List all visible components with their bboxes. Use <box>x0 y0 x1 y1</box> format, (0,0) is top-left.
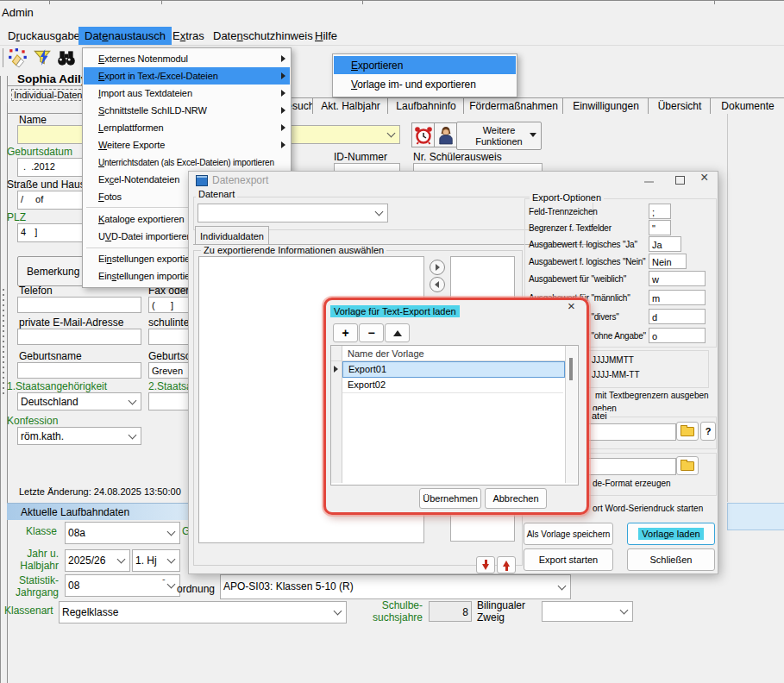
option-begrenzer-field[interactable]: " <box>649 220 671 235</box>
close-icon[interactable]: × <box>568 300 575 312</box>
minimize-icon[interactable] <box>644 181 654 183</box>
move-up-button[interactable] <box>497 556 516 573</box>
grid-row[interactable]: Export02 <box>342 378 563 393</box>
halbjahr-combo[interactable]: 1. Hj <box>132 549 180 572</box>
grid-scrollbar[interactable] <box>565 346 577 483</box>
browse-folder-button[interactable] <box>676 456 699 475</box>
option-nein-field[interactable]: Nein <box>649 254 687 269</box>
export-starten-button[interactable]: Export starten <box>524 548 613 571</box>
statistik-jahrgang-label: Statistik-Jahrgang <box>7 574 59 598</box>
geburtsname-field[interactable] <box>17 362 141 379</box>
telefon-field[interactable] <box>17 297 141 313</box>
menu-druckausgabe[interactable]: Druckausgabe <box>2 27 86 45</box>
submenu-item-vorlage-im-export[interactable]: Vorlage im- und exportieren <box>334 75 516 93</box>
tab-laufbahninfo[interactable]: Laufbahninfo <box>387 97 465 114</box>
schulbesuchsjahre-value: 8 <box>462 606 468 618</box>
grid-row-selected[interactable]: Export01 <box>342 361 565 378</box>
option-ohne-angabe-field[interactable]: o <box>649 328 706 343</box>
menu-item-weitere-exporte[interactable]: Weitere Exporte <box>84 136 290 154</box>
menu-item-lernplattformen[interactable]: Lernplattformen <box>84 119 290 136</box>
alarm-clock-button[interactable] <box>411 122 435 147</box>
help-label: ? <box>706 426 712 436</box>
email-field[interactable] <box>17 329 141 345</box>
filter-lightning-icon[interactable] <box>32 47 53 68</box>
move-left-button[interactable] <box>430 277 445 292</box>
maximize-icon[interactable] <box>675 176 685 185</box>
option-divers-field[interactable]: d <box>649 309 706 324</box>
remove-button[interactable]: − <box>359 323 384 342</box>
datenart-combo[interactable] <box>198 204 388 222</box>
weitere-funktionen-dropdown-icon[interactable] <box>530 133 536 137</box>
menu-datenschutzhinweis[interactable]: Datenschutzhinweis <box>207 27 319 45</box>
weitere-funktionen-label: Funktionen <box>475 136 522 147</box>
tab-individualdaten[interactable]: Individual-Daten <box>7 85 87 103</box>
menu-item-unterrichtsdaten[interactable]: Unterrichtsdaten (als Excel-Dateien) imp… <box>84 154 290 171</box>
tab-foerdermassnahmen[interactable]: Fördermaßnahmen <box>463 97 564 114</box>
student-person-button[interactable] <box>434 122 457 147</box>
schulbesuchsjahre-field[interactable]: 8 <box>429 601 472 622</box>
jahr-combo[interactable]: 2025/26 <box>65 549 130 572</box>
button-label: Übernehmen <box>423 493 478 504</box>
staatsangehoerigkeit1-label: 1.Staatsangehörigkeit <box>7 380 107 392</box>
scrollbar-thumb[interactable] <box>569 358 573 380</box>
option-maennlich-field[interactable]: m <box>649 290 706 305</box>
splitter-handle[interactable] <box>3 289 4 397</box>
menu-item-label: Schnittstelle SchILD-NRW <box>98 105 207 116</box>
chevron-down-icon <box>620 606 629 615</box>
help-button[interactable]: ? <box>700 422 716 441</box>
vorlage-laden-button[interactable]: Vorlage laden <box>627 523 715 545</box>
move-top-button[interactable] <box>385 323 410 342</box>
klassenart-combo[interactable]: Regelklasse <box>59 601 347 623</box>
konfession-combo[interactable]: röm.kath. <box>17 427 141 445</box>
vorlagen-grid[interactable]: Name der Vorlage Export01 Export02 <box>330 345 579 486</box>
menu-item-export-text-excel[interactable]: Export in Text-/Excel-Dateien <box>84 67 290 85</box>
option-weiblich-field[interactable]: w <box>649 271 706 286</box>
option-feldtrennzeichen-field[interactable]: ; <box>649 204 671 219</box>
close-icon[interactable]: × <box>700 172 708 184</box>
button-label: Abbrechen <box>492 493 538 504</box>
menu-item-label: UVD-Datei importieren <box>98 231 192 241</box>
checkbox-textbegrenzer-label-fragment[interactable]: mit Textbegrenzern ausgeben <box>595 390 709 402</box>
add-button[interactable]: + <box>333 323 358 342</box>
tab-einwilligungen[interactable]: Einwilligungen <box>562 97 649 114</box>
menu-item-schnittstelle-schild[interactable]: Schnittstelle SchILD-NRW <box>84 102 290 119</box>
schliessen-button[interactable]: Schließen <box>627 548 715 571</box>
uebernehmen-button[interactable]: Übernehmen <box>419 488 481 509</box>
bilingualer-zweig-combo[interactable] <box>542 601 633 622</box>
label-line: suchsjahre <box>373 611 423 623</box>
tab-dokumente[interactable]: Dokumente <box>710 97 784 114</box>
tab-akt-halbjahr[interactable]: Akt. Halbjahr <box>312 97 389 114</box>
browse-folder-button[interactable] <box>676 422 699 441</box>
checkbox-unicode-label-fragment[interactable]: de-Format erzeugen <box>593 478 671 490</box>
pointer-sparks-icon[interactable] <box>8 47 28 68</box>
option-value: Ja <box>652 240 662 250</box>
abbrechen-button[interactable]: Abbrechen <box>485 488 547 509</box>
tab-label: Akt. Halbjahr <box>321 100 380 112</box>
menu-extras[interactable]: Extras <box>166 27 210 45</box>
tab-uebersicht[interactable]: Übersicht <box>648 97 712 114</box>
option-ja-field[interactable]: Ja <box>649 236 681 252</box>
person-icon <box>437 125 455 146</box>
menu-hilfe[interactable]: Hilfe <box>309 27 343 45</box>
tab-individualdaten-export[interactable]: Individualdaten <box>195 226 269 245</box>
submenu-item-exportieren[interactable]: Exportieren <box>334 56 516 74</box>
pruefungsordnung-combo[interactable]: APO-SI03: Klassen 5-10 (R) <box>220 574 571 599</box>
checkbox-word-seriendruck-label-fragment[interactable]: ort Word-Seriendruck starten <box>593 503 703 515</box>
export-optionen-label: Export-Optionen <box>530 192 604 203</box>
menu-item-label: Fotos <box>98 191 122 202</box>
menu-item-label: Export in Text-/Excel-Dateien <box>98 71 218 81</box>
menu-datenaustausch[interactable]: Datenaustausch <box>78 27 172 45</box>
als-vorlage-speichern-button[interactable]: Als Vorlage speichern <box>524 523 613 545</box>
move-right-button[interactable] <box>430 260 445 275</box>
grid-header: Name der Vorlage <box>348 348 424 360</box>
move-down-button[interactable] <box>476 556 495 573</box>
binoculars-icon[interactable] <box>56 47 77 68</box>
schulische-email-label: schulinterne E-Mail <box>148 316 188 329</box>
klasse-combo[interactable]: 08a <box>65 522 180 544</box>
menu-item-externes-notenmodul[interactable]: Externes Notenmodul <box>84 50 290 67</box>
tab-label: Individualdaten <box>200 231 264 241</box>
submenu-arrow-icon <box>281 72 285 79</box>
menu-item-import-textdateien[interactable]: Import aus Textdateien <box>84 85 290 102</box>
staatsangehoerigkeit1-combo[interactable]: Deutschland <box>17 392 141 410</box>
toolbar-grip[interactable] <box>3 48 3 67</box>
